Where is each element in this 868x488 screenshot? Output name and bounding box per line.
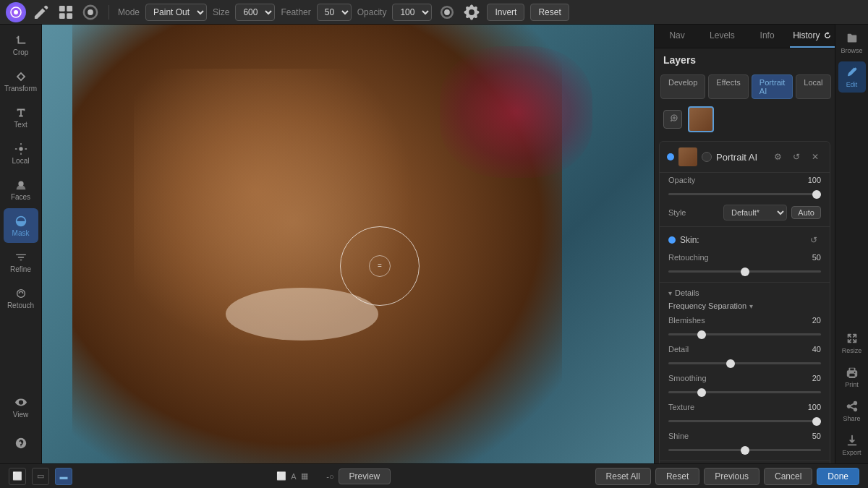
sidebar-item-transform[interactable]: Transform [4, 64, 38, 98]
svg-rect-3 [67, 5, 72, 11]
zoom-indicator: -○ [312, 472, 334, 481]
tab-nav[interactable]: Nav [655, 25, 699, 48]
frame-btn-3[interactable]: ▬ [55, 468, 72, 485]
sidebar-item-refine[interactable]: Refine [4, 244, 38, 279]
tab-effects[interactable]: Effects [708, 74, 748, 99]
skin-label: Skin: [680, 235, 802, 245]
flow-tool-btn[interactable] [438, 3, 456, 22]
sidebar-item-view[interactable]: View [4, 390, 38, 424]
svg-rect-2 [59, 5, 65, 11]
freq-sep-label: Frequency Separation [668, 301, 746, 310]
blemishes-label: Blemishes [668, 316, 719, 325]
sidebar-item-local[interactable]: Local [4, 136, 38, 171]
reset-all-btn[interactable]: Reset All [595, 468, 651, 485]
tab-info[interactable]: Info [745, 25, 790, 48]
blemishes-slider[interactable] [668, 333, 821, 335]
feather-label: Feather [281, 7, 310, 17]
tab-history[interactable]: History [790, 25, 835, 48]
detail-value: 40 [799, 345, 821, 354]
sidebar-item-mask[interactable]: Mask [4, 208, 38, 243]
shine-label: Shine [668, 432, 719, 440]
retouching-slider[interactable] [668, 270, 821, 273]
auto-btn[interactable]: Auto [791, 206, 821, 219]
cancel-btn[interactable]: Cancel [764, 468, 812, 485]
sidebar-item-retouch[interactable]: Retouch [4, 281, 38, 315]
preview-btn[interactable]: Preview [339, 468, 391, 484]
shine-row: Shine 50 [660, 429, 830, 443]
reset-btn[interactable]: Reset [530, 4, 569, 21]
tab-portrait-ai[interactable]: Portrait AI [752, 74, 793, 99]
sidebar-item-help[interactable] [4, 426, 38, 461]
svg-point-7 [19, 147, 22, 150]
add-layer-btn[interactable] [663, 110, 682, 129]
smart-tool-btn[interactable] [56, 3, 75, 22]
bottom-reset-btn[interactable]: Reset [655, 468, 699, 485]
layers-title: Layers [655, 48, 835, 72]
settings-btn[interactable] [462, 3, 481, 22]
tab-levels[interactable]: Levels [699, 25, 744, 48]
print-btn[interactable]: Print [838, 361, 866, 393]
style-row: Style Default* Auto [660, 202, 830, 223]
left-sidebar: Crop Transform Text Local Faces Mask Ref… [0, 25, 42, 463]
detail-slider-container [660, 356, 830, 371]
sidebar-item-text[interactable]: Text [4, 100, 38, 134]
smoothing-slider-container [660, 385, 830, 400]
size-select[interactable]: 600 [235, 4, 275, 21]
text-tool-icon: A [291, 472, 296, 481]
portrait-ai-close-btn[interactable]: ✕ [808, 150, 822, 164]
toolbar-divider-1 [109, 5, 109, 20]
export-btn[interactable]: Export [838, 429, 866, 461]
texture-slider-container [660, 414, 830, 429]
style-select[interactable]: Default* [723, 205, 787, 221]
texture-slider[interactable] [668, 420, 821, 422]
sidebar-item-crop[interactable]: Crop [4, 27, 38, 62]
size-label: Size [213, 7, 229, 17]
invert-btn[interactable]: Invert [487, 4, 524, 21]
canvas-area[interactable]: = [42, 25, 654, 463]
tab-develop[interactable]: Develop [660, 74, 705, 99]
layer-thumbnail [688, 106, 714, 132]
skin-dot [668, 236, 676, 244]
color-mode-dot [702, 152, 712, 162]
frame-btn-2[interactable]: ▭ [32, 468, 49, 485]
share-btn[interactable]: Share [838, 395, 866, 427]
details-section[interactable]: ▾ Details [660, 286, 830, 300]
skin-reset-btn[interactable]: ↺ [807, 233, 821, 247]
mode-select[interactable]: Paint Out Paint In [145, 4, 207, 21]
portrait-ai-reset-btn[interactable]: ↺ [789, 150, 804, 164]
retouching-row: Retouching 50 [660, 250, 830, 265]
detail-label: Detail [668, 345, 719, 354]
opacity-select[interactable]: 100 [392, 4, 432, 21]
smoothing-slider[interactable] [668, 391, 821, 393]
portrait-ai-settings-btn[interactable]: ⚙ [770, 150, 785, 164]
blemishes-slider-container [660, 328, 830, 342]
sidebar-item-faces[interactable]: Faces [4, 172, 38, 207]
grid-icon: ▦ [301, 471, 308, 481]
frame-btn-1[interactable]: ⬜ [9, 468, 26, 485]
brush-tool-btn[interactable] [32, 3, 51, 22]
ai-tool-btn[interactable] [81, 3, 100, 22]
smoothing-row: Smoothing 20 [660, 371, 830, 385]
detail-slider[interactable] [668, 362, 821, 364]
shine-slider[interactable] [668, 449, 821, 451]
opacity-row: Opacity 100 [660, 173, 830, 187]
opacity-slider[interactable] [668, 193, 821, 195]
browse-btn[interactable]: Browse [838, 27, 866, 59]
bottom-right: Reset All Reset Previous Cancel Done [595, 468, 859, 485]
done-btn[interactable]: Done [817, 468, 859, 485]
edit-btn[interactable]: Edit [838, 61, 866, 93]
previous-btn[interactable]: Previous [704, 468, 760, 485]
layer-actions [655, 102, 835, 137]
resize-btn[interactable]: Resize [838, 328, 866, 359]
details-chevron: ▾ [668, 289, 672, 297]
svg-point-1 [14, 10, 18, 14]
smoothing-value: 20 [799, 374, 821, 382]
opacity-value: 100 [799, 176, 821, 184]
tab-local[interactable]: Local [796, 74, 830, 99]
feather-select[interactable]: 50 [317, 4, 352, 21]
detail-row: Detail 40 [660, 342, 830, 356]
texture-row: Texture 100 [660, 400, 830, 414]
history-icon [823, 31, 832, 40]
top-toolbar: Mode Paint Out Paint In Size 600 Feather… [0, 0, 868, 25]
canvas-image: = [42, 25, 654, 463]
